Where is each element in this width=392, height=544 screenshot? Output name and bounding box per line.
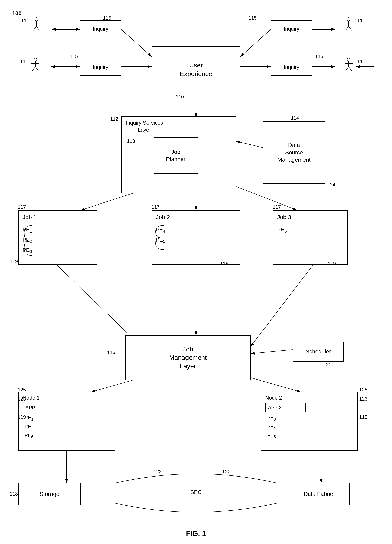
ref-100: 100 <box>12 10 22 17</box>
fig-label: FIG. 1 <box>166 529 226 538</box>
svg-line-30 <box>33 26 36 30</box>
ref-123-n2: 123 <box>359 396 367 402</box>
ref-125-n1: 125 <box>18 387 26 393</box>
person-top-left <box>31 17 42 31</box>
svg-point-32 <box>347 18 350 21</box>
ref-117-j1: 117 <box>18 204 26 210</box>
data-source-mgmt-box: DataSourceManagement <box>263 121 325 184</box>
diagram-container: 100 FIG. 1 111 111 1 <box>0 0 392 544</box>
inquiry-box-top-left: Inquiry <box>80 20 121 37</box>
node2-box: Node 2 APP 2 PE3 PE4 PE5 <box>261 392 358 451</box>
inquiry-box-mid-right: Inquiry <box>271 59 312 76</box>
svg-line-40 <box>32 67 35 71</box>
svg-line-17 <box>250 265 313 347</box>
ref-124: 124 <box>327 182 335 188</box>
ref-119-n2: 119 <box>359 414 367 420</box>
svg-line-5 <box>240 29 271 57</box>
inquiry-box-top-right: Inquiry <box>271 20 312 37</box>
svg-line-4 <box>121 29 152 57</box>
ref-115-tr: 115 <box>249 15 257 21</box>
brace-job1 <box>22 224 34 257</box>
ref-122: 122 <box>154 469 162 474</box>
ref-119-j1: 119 <box>10 259 18 264</box>
scheduler-box: Scheduler <box>293 342 344 362</box>
node1-box: Node 1 APP 1 PE1 PE2 PE6 <box>18 392 115 451</box>
spc-label: SPC <box>176 489 216 496</box>
ref-111-ml: 111 <box>20 59 28 64</box>
ref-125-n2: 125 <box>359 387 367 393</box>
ref-119-n1: 119 <box>18 414 26 420</box>
inquiry-box-mid-left: Inquiry <box>80 59 121 76</box>
svg-line-41 <box>35 67 38 71</box>
svg-line-36 <box>349 26 352 30</box>
storage-box: Storage <box>18 483 81 505</box>
ref-119-j2: 119 <box>220 261 228 266</box>
ref-111-tl: 111 <box>21 18 29 24</box>
svg-line-18 <box>250 350 293 354</box>
person-top-right <box>344 17 354 31</box>
svg-point-42 <box>347 58 350 61</box>
user-experience-box: UserExperience <box>152 47 240 93</box>
data-fabric-box: Data Fabric <box>287 483 350 505</box>
job-mgmt-box: JobManagementLayer <box>125 336 250 380</box>
ref-121: 121 <box>323 362 331 367</box>
ref-111-tr: 111 <box>355 18 363 24</box>
ref-120: 120 <box>222 469 230 474</box>
person-mid-right <box>344 58 354 72</box>
ref-112: 112 <box>110 116 118 122</box>
ref-111-mr: 111 <box>355 59 363 64</box>
brace-job2 <box>154 224 166 251</box>
ref-115-tl: 115 <box>103 15 111 21</box>
ref-113: 113 <box>127 138 135 144</box>
ref-117-j3: 117 <box>273 204 281 210</box>
svg-line-35 <box>345 26 349 30</box>
svg-point-37 <box>34 58 37 61</box>
person-mid-left <box>30 58 40 72</box>
svg-line-15 <box>57 265 142 347</box>
job3-box: Job 3 PE6 <box>273 210 348 265</box>
ref-115-ml: 115 <box>70 53 78 59</box>
ref-116: 116 <box>107 350 115 355</box>
svg-line-11 <box>236 142 263 148</box>
svg-line-45 <box>345 67 349 71</box>
ref-123-n1: 123 <box>18 396 26 402</box>
ref-119-j3: 119 <box>328 261 336 266</box>
svg-line-31 <box>36 26 39 30</box>
svg-line-46 <box>349 67 352 71</box>
ref-118: 118 <box>10 491 18 497</box>
job-planner-box: JobPlanner <box>154 137 198 174</box>
ref-114: 114 <box>291 115 299 121</box>
ref-115-mr: 115 <box>315 53 323 59</box>
ref-117-j2: 117 <box>152 204 160 210</box>
ref-110: 110 <box>176 94 184 100</box>
svg-point-27 <box>35 18 38 21</box>
